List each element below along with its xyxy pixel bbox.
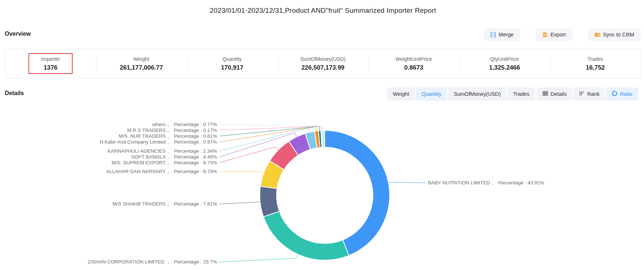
pie-slice-m-s-shakib-traders[interactable] bbox=[260, 186, 279, 217]
donut-chart-svg bbox=[0, 0, 644, 270]
leader-line-baby-nutrition-limited bbox=[389, 182, 426, 183]
pie-slice-zishan-corporation-limited[interactable] bbox=[263, 211, 349, 260]
leader-line-zishan-corporation-limited bbox=[219, 254, 298, 262]
leader-line-m-s-shakib-traders bbox=[219, 202, 260, 204]
pie-slice-baby-nutrition-limited[interactable] bbox=[325, 130, 390, 255]
pie-slice-others[interactable] bbox=[321, 130, 325, 147]
leader-line-allahar-dan-narsary bbox=[219, 172, 264, 173]
importer-report-page: 2023/01/01-2023/12/31,Product AND"fruit"… bbox=[0, 0, 644, 270]
leader-line-m-s-suprem-export bbox=[219, 147, 278, 163]
